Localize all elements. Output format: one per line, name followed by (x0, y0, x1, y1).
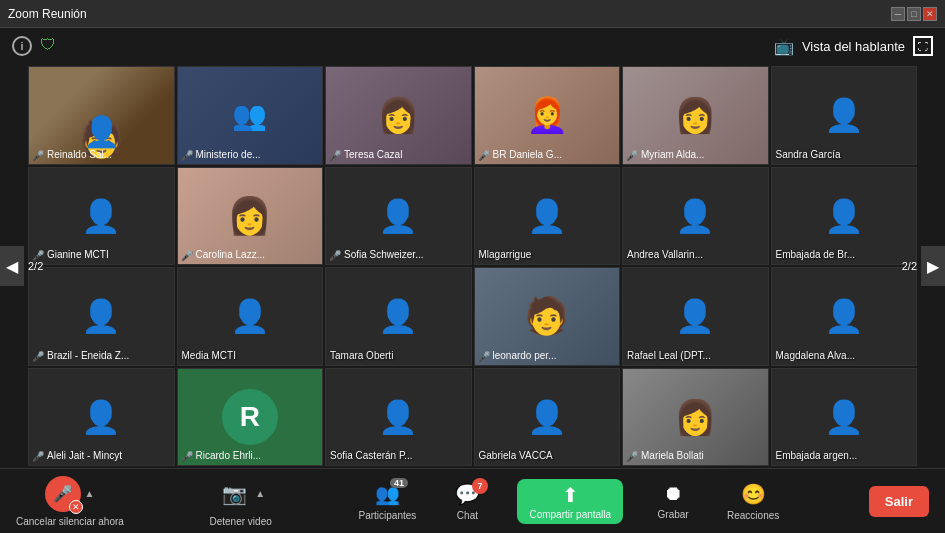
avatar-gianine: 👤 (81, 197, 121, 235)
avatar-magdalena: 👤 (824, 297, 864, 335)
bottom-toolbar: 🎤 ✕ ▲ Cancelar silenciar ahora 📷 ▲ Deten… (0, 468, 945, 533)
reactions-button[interactable]: 😊 Reacciones (723, 482, 783, 521)
video-cell-sofia-c[interactable]: 👤 Sofia Casterán P... (325, 368, 472, 467)
title-bar: Zoom Reunión ─ □ ✕ (0, 0, 945, 28)
video-cell-carolina[interactable]: 👩 🎤 Carolina Lazz... (177, 167, 324, 266)
mute-icon-ricardo: 🎤 (181, 451, 193, 462)
stop-video-button[interactable]: 📷 ▲ Detener video (210, 476, 272, 527)
app-title: Zoom Reunión (8, 7, 87, 21)
cancel-mute-button[interactable]: 🎤 ✕ ▲ Cancelar silenciar ahora (16, 476, 124, 527)
prev-page-button[interactable]: ◀ (0, 246, 24, 286)
minimize-button[interactable]: ─ (891, 7, 905, 21)
avatar-media: 👤 (230, 297, 270, 335)
avatar-ricardo: R (222, 389, 278, 445)
name-magdalena: Magdalena Alva... (776, 350, 913, 361)
monitor-icon: 📺 (774, 37, 794, 56)
avatar-brazil: 👤 (81, 297, 121, 335)
name-aleli: Aleli Jait - Mincyt (47, 450, 170, 461)
close-button[interactable]: ✕ (923, 7, 937, 21)
video-cell-andrea[interactable]: 👤 Andrea Vallarin... (622, 167, 769, 266)
name-leonardo: leonardo per... (493, 350, 616, 361)
avatar-gabriela: 👤 (527, 398, 567, 436)
cancel-mute-label: Cancelar silenciar ahora (16, 516, 124, 527)
record-label: Grabar (658, 509, 689, 520)
avatar-embajada-arg: 👤 (824, 398, 864, 436)
video-cell-mlagarrigue[interactable]: 👤 Mlagarrigue (474, 167, 621, 266)
mute-icon-carolina: 🎤 (181, 250, 193, 261)
next-page-button[interactable]: ▶ (921, 246, 945, 286)
avatar-andrea: 👤 (675, 197, 715, 235)
chat-label: Chat (457, 510, 478, 521)
title-bar-controls[interactable]: ─ □ ✕ (891, 7, 937, 21)
video-cell-tamara[interactable]: 👤 Tamara Oberti (325, 267, 472, 366)
video-cell-ricardo[interactable]: R 🎤 Ricardo Ehrli... (177, 368, 324, 467)
video-cell-leonardo[interactable]: 🧑 🎤 leonardo per... (474, 267, 621, 366)
restore-button[interactable]: □ (907, 7, 921, 21)
shield-icon: 🛡 (40, 36, 60, 56)
name-teresa: Teresa Cazal (344, 149, 467, 160)
name-mariela: Mariela Bollati (641, 450, 764, 461)
avatar-tamara: 👤 (378, 297, 418, 335)
mute-icon-br-daniela: 🎤 (478, 150, 490, 161)
toolbar-right: 📺 Vista del hablante ⛶ (774, 36, 933, 56)
name-rafael: Rafael Leal (DPT... (627, 350, 764, 361)
avatar-sofia-c: 👤 (378, 398, 418, 436)
chat-button[interactable]: 💬 7 Chat (437, 482, 497, 521)
video-cell-gianine[interactable]: 👤 🎤 Gianine MCTI (28, 167, 175, 266)
top-toolbar: i 🛡 📺 Vista del hablante ⛶ (0, 28, 945, 64)
page-indicator-left: 2/2 (28, 260, 43, 272)
name-sofia-s: Sofia Schweizer... (344, 249, 467, 260)
video-cell-sofia-s[interactable]: 👤 🎤 Sofia Schweizer... (325, 167, 472, 266)
fullscreen-button[interactable]: ⛶ (913, 36, 933, 56)
title-bar-left: Zoom Reunión (8, 7, 87, 21)
mute-icon-sofia-s: 🎤 (329, 250, 341, 261)
video-chevron: ▲ (255, 488, 265, 499)
page-indicator-right: 2/2 (902, 260, 917, 272)
share-screen-button[interactable]: ⬆ Compartir pantalla (517, 479, 623, 524)
avatar-sandra: 👤 (824, 96, 864, 134)
name-tamara: Tamara Oberti (330, 350, 467, 361)
name-carolina: Carolina Lazz... (196, 249, 319, 260)
participants-label: Participantes (359, 510, 417, 521)
toolbar-left: i 🛡 (12, 36, 60, 56)
video-cell-aleli[interactable]: 👤 🎤 Aleli Jait - Mincyt (28, 368, 175, 467)
video-cell-mariela[interactable]: 👩 🎤 Mariela Bollati (622, 368, 769, 467)
name-embajada-arg: Embajada argen... (776, 450, 913, 461)
video-cell-reinaldo[interactable]: 🧑 🎤 Reinaldo Sal... (28, 66, 175, 165)
stop-video-label: Detener video (210, 516, 272, 527)
speaker-view-label[interactable]: Vista del hablante (802, 39, 905, 54)
video-cell-sandra[interactable]: 👤 Sandra García (771, 66, 918, 165)
chat-badge: 7 (472, 478, 488, 494)
exit-button[interactable]: Salir (869, 486, 929, 517)
name-ministerio: Ministerio de... (196, 149, 319, 160)
video-cell-ministerio[interactable]: 👥 🎤 Ministerio de... (177, 66, 324, 165)
video-area: ◀ 2/2 🧑 🎤 Reinaldo Sal... 👥 🎤 Ministerio… (0, 64, 945, 468)
avatar-sofia-s: 👤 (378, 197, 418, 235)
share-screen-label: Compartir pantalla (529, 509, 611, 520)
name-sofia-c: Sofia Casterán P... (330, 450, 467, 461)
video-cell-embajada-arg[interactable]: 👤 Embajada argen... (771, 368, 918, 467)
video-cell-br-daniela[interactable]: 👩‍🦰 🎤 BR Daniela G... (474, 66, 621, 165)
participants-button[interactable]: 👥 41 Participantes (357, 482, 417, 521)
video-cell-media[interactable]: 👤 Media MCTI (177, 267, 324, 366)
mute-icon-aleli: 🎤 (32, 451, 44, 462)
info-icon[interactable]: i (12, 36, 32, 56)
name-mlagarrigue: Mlagarrigue (479, 249, 616, 260)
video-cell-gabriela[interactable]: 👤 Gabriela VACCA (474, 368, 621, 467)
video-cell-embajada-br[interactable]: 👤 Embajada de Br... (771, 167, 918, 266)
participants-count: 41 (390, 478, 408, 488)
mute-icon-leonardo: 🎤 (478, 351, 490, 362)
mute-icon-reinaldo: 🎤 (32, 150, 44, 161)
video-cell-myriam[interactable]: 👩 🎤 Myriam Alda... (622, 66, 769, 165)
name-sandra: Sandra García (776, 149, 913, 160)
video-cell-teresa[interactable]: 👩 🎤 Teresa Cazal (325, 66, 472, 165)
mute-icon-ministerio: 🎤 (181, 150, 193, 161)
video-cell-magdalena[interactable]: 👤 Magdalena Alva... (771, 267, 918, 366)
toolbar-center: 👥 41 Participantes 💬 7 Chat ⬆ Compartir … (357, 479, 783, 524)
mute-icon-brazil: 🎤 (32, 351, 44, 362)
mute-chevron: ▲ (84, 488, 94, 499)
mute-icon-mariela: 🎤 (626, 451, 638, 462)
video-cell-rafael[interactable]: 👤 Rafael Leal (DPT... (622, 267, 769, 366)
record-button[interactable]: ⏺ Grabar (643, 482, 703, 520)
video-cell-brazil[interactable]: 👤 🎤 Brazil - Eneida Z... (28, 267, 175, 366)
